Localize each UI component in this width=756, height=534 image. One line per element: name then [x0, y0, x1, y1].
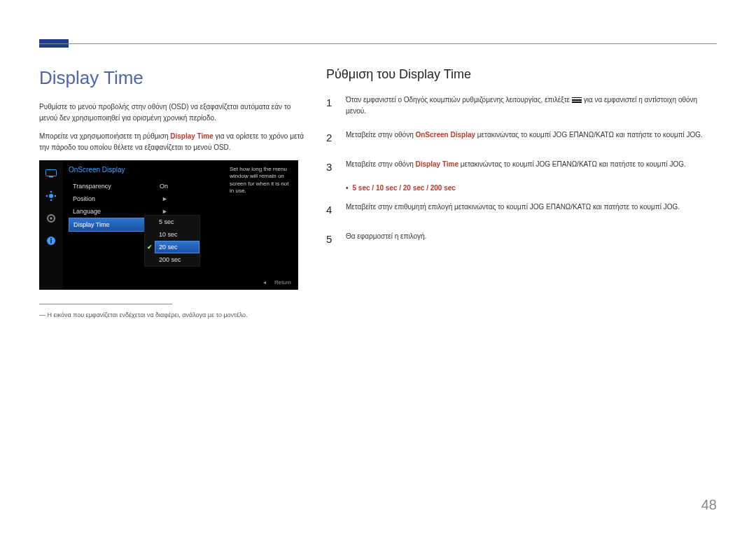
page-title: Display Time [39, 67, 305, 89]
page-number: 48 [701, 497, 717, 513]
osd-header: OnScreen Display [69, 166, 125, 174]
step-2: 2 Μεταβείτε στην οθόνη OnScreen Display … [326, 129, 717, 146]
osd-option: 10 sec [155, 228, 200, 241]
intro-2-highlight: Display Time [170, 132, 214, 140]
step-text: Όταν εμφανιστεί ο Οδηγός κουμπιών ρυθμιζ… [346, 96, 572, 104]
picture-icon [45, 190, 57, 202]
step-text: Μεταβείτε στην οθόνη [346, 131, 415, 139]
osd-return: ◂Return [263, 279, 291, 286]
svg-rect-1 [49, 176, 53, 178]
svg-rect-0 [46, 170, 57, 176]
left-column: Display Time Ρυθμίστε το μενού προβολής … [39, 67, 305, 318]
monitor-icon [45, 167, 57, 180]
chevron-right-icon: ► [162, 208, 168, 215]
svg-point-5 [46, 195, 48, 197]
osd-row-value: On [160, 183, 168, 190]
osd-option-selected: 20 sec [155, 241, 200, 253]
svg-point-4 [50, 199, 52, 202]
intro-2a: Μπορείτε να χρησιμοποιήσετε τη ρύθμιση [39, 132, 170, 140]
step-highlight: OnScreen Display [415, 131, 475, 139]
content-columns: Display Time Ρυθμίστε το μενού προβολής … [39, 67, 717, 318]
osd-row-label: Position [73, 195, 95, 202]
step-1: 1 Όταν εμφανιστεί ο Οδηγός κουμπιών ρυθμ… [326, 94, 717, 117]
step-text: μετακινώντας το κουμπί JOG ΕΠΑΝΩ/ΚΑΤΩ κα… [458, 160, 686, 168]
svg-rect-10 [50, 240, 52, 244]
step-body: Όταν εμφανιστεί ο Οδηγός κουμπιών ρυθμιζ… [346, 94, 717, 117]
footnote: ― Η εικόνα που εμφανίζεται ενδέχεται να … [39, 311, 305, 318]
osd-option: 200 sec [155, 253, 200, 266]
osd-row-label: Display Time [74, 221, 110, 228]
step-text: Μεταβείτε στην οθόνη [346, 160, 415, 168]
options-bullet: •5 sec / 10 sec / 20 sec / 200 sec [346, 184, 717, 192]
step-3: 3 Μεταβείτε στην οθόνη Display Time μετα… [326, 159, 717, 176]
menu-icon [572, 97, 582, 104]
steps-list-2: 4 Μεταβείτε στην επιθυμητή επιλογή μετακ… [326, 202, 717, 248]
right-column: Ρύθμιση του Display Time 1 Όταν εμφανιστ… [326, 67, 717, 318]
bullet-icon: • [346, 184, 349, 192]
osd-return-label: Return [274, 279, 291, 286]
osd-row-transparency: TransparencyOn [69, 180, 174, 192]
svg-point-3 [50, 191, 52, 193]
header-rule [39, 43, 717, 44]
step-body: Μεταβείτε στην επιθυμητή επιλογή μετακιν… [346, 202, 680, 218]
section-title: Ρύθμιση του Display Time [326, 67, 717, 82]
osd-sidebar [39, 160, 63, 290]
step-text: μετακινώντας το κουμπί JOG ΕΠΑΝΩ/ΚΑΤΩ κα… [475, 131, 703, 139]
footnote-text: Η εικόνα που εμφανίζεται ενδέχεται να δι… [48, 311, 248, 318]
osd-options-popup: 5 sec 10 sec 20 sec 200 sec [144, 215, 200, 267]
step-number: 2 [326, 129, 336, 146]
svg-rect-11 [50, 238, 52, 239]
intro-paragraph-2: Μπορείτε να χρησιμοποιήσετε τη ρύθμιση D… [39, 131, 305, 153]
osd-help-tip: Set how long the menu window will remain… [230, 166, 293, 195]
step-body: Θα εφαρμοστεί η επιλογή. [346, 231, 426, 248]
step-number: 5 [326, 231, 336, 248]
osd-option: 5 sec [155, 216, 200, 228]
steps-list: 1 Όταν εμφανιστεί ο Οδηγός κουμπιών ρυθμ… [326, 94, 717, 176]
page: Display Time Ρυθμίστε το μενού προβολής … [0, 0, 756, 534]
osd-row-label: Transparency [73, 183, 111, 190]
chevron-right-icon: ► [162, 195, 168, 202]
step-body: Μεταβείτε στην οθόνη Display Time μετακι… [346, 159, 686, 176]
svg-point-6 [55, 195, 57, 197]
step-highlight: Display Time [415, 160, 458, 168]
intro-paragraph-1: Ρυθμίστε το μενού προβολής στην οθόνη (O… [39, 101, 305, 124]
footnote-rule [39, 304, 172, 304]
gear-icon [45, 212, 57, 225]
options-text: 5 sec / 10 sec / 20 sec / 200 sec [353, 184, 456, 192]
step-number: 3 [326, 159, 336, 176]
osd-row-label: Language [73, 208, 101, 215]
svg-point-2 [49, 194, 53, 198]
svg-point-8 [50, 217, 52, 220]
return-icon: ◂ [263, 279, 266, 286]
osd-row-position: Position► [69, 192, 174, 205]
step-number: 1 [326, 94, 336, 117]
step-number: 4 [326, 202, 336, 218]
step-body: Μεταβείτε στην οθόνη OnScreen Display με… [346, 129, 703, 146]
osd-screenshot: OnScreen Display TransparencyOn Position… [39, 160, 298, 290]
step-4: 4 Μεταβείτε στην επιθυμητή επιλογή μετακ… [326, 202, 717, 218]
info-icon [45, 234, 57, 247]
step-5: 5 Θα εφαρμοστεί η επιλογή. [326, 231, 717, 248]
